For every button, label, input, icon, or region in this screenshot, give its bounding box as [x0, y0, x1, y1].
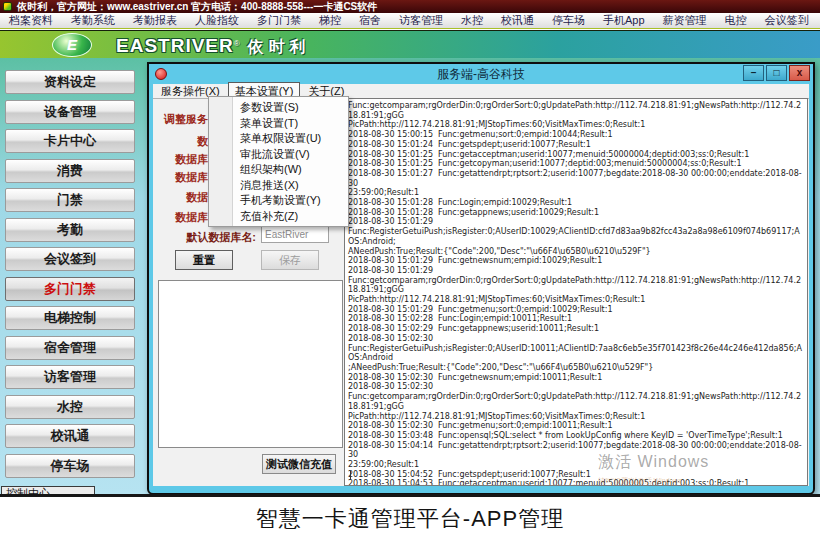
dropdown-menu-item[interactable]: 审批流设置(V) [209, 147, 348, 163]
test-wechat-recharge-button[interactable]: 测试微信充值 [262, 454, 336, 474]
app-icon [3, 2, 12, 11]
field-label: 数据 [153, 190, 208, 205]
default-db-label: 默认数据库名: [153, 230, 256, 245]
menu-item[interactable]: 会议签到 [756, 13, 818, 28]
brand-text: EASTRIVER®依时利 [116, 35, 311, 58]
workspace: 资料设定设备管理卡片中心消费门禁考勤会议签到多门门禁电梯控制宿舍管理访客管理水控… [0, 58, 820, 494]
log-panel[interactable]: Func:getcomparam;rgOrderDin:0;rgOrderSor… [344, 98, 808, 486]
registered-mark: ® [234, 39, 240, 48]
sidebar-button[interactable]: 卡片中心 [5, 129, 135, 153]
settings-dropdown-menu: 参数设置(S)菜单设置(T)菜单权限设置(U)审批流设置(V)组织架构(W)消息… [208, 96, 349, 227]
reset-button[interactable]: 重置 [175, 250, 233, 270]
dropdown-menu-item[interactable]: 菜单权限设置(U) [209, 131, 348, 147]
brand-name-cn: 依时利 [248, 38, 311, 55]
sidebar-button[interactable]: 设备管理 [5, 100, 135, 124]
sidebar-button[interactable]: 访客管理 [5, 365, 135, 389]
app-titlebar: 依时利，官方网址：www.eastriver.cn 官方电话：400-8888-… [0, 0, 820, 13]
menu-item[interactable]: 人脸指纹 [186, 13, 248, 28]
sidebar: 资料设定设备管理卡片中心消费门禁考勤会议签到多门门禁电梯控制宿舍管理访客管理水控… [5, 70, 135, 478]
menu-item[interactable]: 梯控 [310, 13, 350, 28]
dialog-body: 服务操作(X)基本设置(Y)关于(Z) 调整服务数数据库数据库数据数据库 默认数… [153, 84, 809, 486]
field-label: 数据库 [153, 210, 208, 225]
app-title: 依时利，官方网址：www.eastriver.cn 官方电话：400-8888-… [17, 0, 377, 14]
menu-item[interactable]: 手机App [594, 13, 654, 28]
menu-item[interactable]: 薪资管理 [654, 13, 716, 28]
eastriver-logo-icon: E [52, 33, 92, 57]
sidebar-button[interactable]: 宿舍管理 [5, 336, 135, 360]
sidebar-button[interactable]: 考勤 [5, 218, 135, 242]
brand-band: E EASTRIVER®依时利 [0, 30, 820, 58]
page-caption: 智慧一卡通管理平台-APP管理 [256, 504, 564, 534]
sidebar-button[interactable]: 停车场 [5, 454, 135, 478]
menu-item[interactable]: 水控 [452, 13, 492, 28]
dropdown-menu-item[interactable]: 组织架构(W) [209, 162, 348, 178]
maximize-button[interactable]: □ [766, 65, 787, 81]
dropdown-items: 参数设置(S)菜单设置(T)菜单权限设置(U)审批流设置(V)组织架构(W)消息… [209, 100, 348, 224]
text-cursor [350, 471, 351, 480]
sidebar-button[interactable]: 消费 [5, 159, 135, 183]
close-button[interactable]: x [789, 65, 810, 81]
dialog-app-icon [155, 68, 167, 80]
menu-item[interactable]: 多门门禁 [248, 13, 310, 28]
default-db-input[interactable] [261, 226, 329, 243]
dropdown-menu-item[interactable]: 参数设置(S) [209, 100, 348, 116]
sidebar-button[interactable]: 会议签到 [5, 247, 135, 271]
menu-item[interactable]: 访客管理 [390, 13, 452, 28]
field-label: 数据库 [153, 170, 208, 185]
menu-item[interactable]: 停车场 [543, 13, 594, 28]
field-label: 数 [153, 134, 208, 149]
sidebar-button[interactable]: 门禁 [5, 188, 135, 212]
service-listbox[interactable] [158, 280, 343, 448]
screen: 依时利，官方网址：www.eastriver.cn 官方电话：400-8888-… [0, 0, 820, 540]
log-output: Func:getcomparam;rgOrderDin:0;rgOrderSor… [348, 101, 804, 486]
dropdown-menu-item[interactable]: 菜单设置(T) [209, 116, 348, 132]
sidebar-button[interactable]: 多门门禁 [5, 277, 135, 301]
minimize-button[interactable]: – [743, 65, 764, 81]
field-label: 调整服务 [153, 112, 208, 127]
menu-item[interactable]: 考勤报表 [124, 13, 186, 28]
sidebar-button[interactable]: 水控 [5, 395, 135, 419]
menu-item[interactable]: 考勤系统 [62, 13, 124, 28]
caption-bar: 智慧一卡通管理平台-APP管理 [0, 497, 820, 540]
sidebar-button[interactable]: 校讯通 [5, 424, 135, 448]
dialog-window-buttons: – □ x [741, 65, 810, 81]
sidebar-button[interactable]: 资料设定 [5, 70, 135, 94]
dropdown-menu-item[interactable]: 手机考勤设置(Y) [209, 193, 348, 209]
server-dialog: 服务端-高谷科技 – □ x 服务操作(X)基本设置(Y)关于(Z) 调整服务数… [147, 62, 815, 495]
menu-bar: 档案资料考勤系统考勤报表人脸指纹多门门禁梯控宿舍访客管理水控校讯通停车场手机Ap… [0, 13, 820, 29]
field-label: 数据库 [153, 152, 208, 167]
menu-item[interactable]: 档案资料 [0, 13, 62, 28]
dropdown-menu-item[interactable]: 充值补充(Z) [209, 209, 348, 225]
save-button: 保存 [261, 250, 319, 270]
menu-item[interactable]: 宿舍 [350, 13, 390, 28]
menu-item[interactable]: 校讯通 [492, 13, 543, 28]
menu-item[interactable]: 电控 [716, 13, 756, 28]
brand-name-en: EASTRIVER [116, 35, 234, 56]
sidebar-button[interactable]: 电梯控制 [5, 306, 135, 330]
dialog-title: 服务端-高谷科技 [437, 66, 525, 83]
dropdown-menu-item[interactable]: 消息推送(X) [209, 178, 348, 194]
